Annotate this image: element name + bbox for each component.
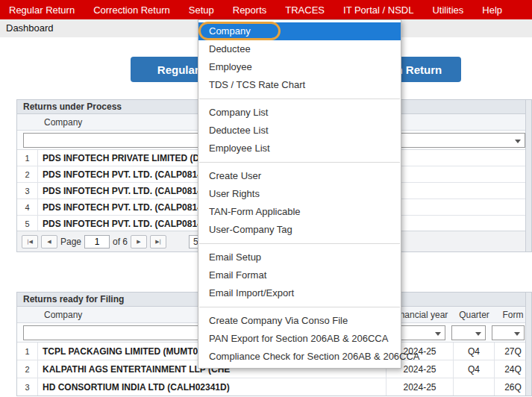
pager-next-icon[interactable]: ▶: [131, 235, 147, 248]
menu-separator: [199, 162, 400, 163]
menu-item-compliance-check-206ab-206cca[interactable]: Compliance Check for Section 206AB & 206…: [198, 348, 401, 366]
pager-last-icon[interactable]: ▶|: [150, 235, 166, 248]
row-number: 3: [17, 378, 38, 396]
menu-item-employee-list[interactable]: Employee List: [198, 140, 401, 157]
menu-separator: [199, 99, 400, 99]
row-number: 1: [17, 343, 38, 360]
menubar-item-reports[interactable]: Reports: [233, 4, 267, 16]
pager-first-icon[interactable]: |◀: [22, 235, 38, 248]
page-title: Dashboard: [6, 22, 54, 34]
pager-prev-icon[interactable]: ◀: [41, 235, 57, 248]
table-scrollbar[interactable]: [525, 293, 531, 396]
menu-item-email-import-export[interactable]: Email Import/Export: [198, 284, 401, 302]
table-scrollbar[interactable]: [525, 100, 531, 251]
application-window: Regular Return Correction Return Setup R…: [0, 0, 532, 397]
menu-item-email-format[interactable]: Email Format: [198, 266, 401, 284]
row-number: 3: [17, 183, 38, 198]
menubar-item-help[interactable]: Help: [482, 4, 502, 16]
row-number: 2: [17, 360, 38, 378]
quarter-cell: Q4: [454, 343, 495, 360]
page-number-input[interactable]: [84, 235, 110, 248]
menu-item-email-setup[interactable]: Email Setup: [198, 248, 401, 266]
menubar-item-regular-return[interactable]: Regular Return: [9, 4, 75, 16]
quarter-cell: Q4: [454, 360, 495, 378]
menu-item-tds-tcs-rate-chart[interactable]: TDS / TCS Rate Chart: [198, 76, 401, 94]
row-number: 1: [17, 150, 38, 166]
menubar-item-it-portal-nsdl[interactable]: IT Portal / NSDL: [343, 4, 413, 16]
menubar-item-traces[interactable]: TRACES: [285, 4, 325, 16]
menu-item-user-rights[interactable]: User Rights: [198, 185, 401, 203]
pager-total-label: of 6: [113, 237, 128, 247]
row-number: 4: [17, 199, 38, 215]
dropdown-chevron-icon: [515, 140, 521, 143]
menu-item-create-company-via-conso-file[interactable]: Create Company Via Conso File: [198, 312, 401, 330]
row-number: 5: [17, 216, 38, 231]
menubar-item-correction-return[interactable]: Correction Return: [93, 4, 170, 16]
menu-item-user-company-tag[interactable]: User-Company Tag: [198, 221, 401, 239]
menu-item-company-list[interactable]: Company List: [198, 104, 401, 122]
menu-separator: [199, 307, 400, 307]
menu-separator: [199, 243, 400, 244]
menu-item-create-user[interactable]: Create User: [198, 167, 401, 185]
menubar-item-setup[interactable]: Setup: [189, 4, 214, 16]
menu-item-company[interactable]: Company: [198, 22, 401, 40]
menu-item-pan-export-206ab-206cca[interactable]: PAN Export for Section 206AB & 206CCA: [198, 330, 401, 348]
pager-page-label: Page: [60, 237, 81, 247]
row-number: 2: [17, 166, 38, 182]
dropdown-chevron-icon: [514, 332, 520, 336]
financial-year-cell: 2024-25: [387, 378, 454, 396]
menubar: Regular Return Correction Return Setup R…: [0, 0, 532, 19]
menu-item-tan-form-applicable[interactable]: TAN-Form Applicable: [198, 203, 401, 221]
setup-dropdown-menu: Company Deductee Employee TDS / TCS Rate…: [198, 19, 401, 369]
dropdown-chevron-icon: [435, 332, 441, 336]
menubar-item-utilities[interactable]: Utilities: [432, 4, 463, 16]
quarter-cell: [454, 378, 495, 396]
menu-item-employee[interactable]: Employee: [198, 58, 401, 76]
table-row[interactable]: 3 HD CONSORTIUM INDIA LTD (CALH02341D) 2…: [17, 378, 531, 396]
column-header-quarter[interactable]: Quarter: [454, 310, 495, 320]
company-cell: HD CONSORTIUM INDIA LTD (CALH02341D): [38, 378, 387, 396]
quarter-filter-select[interactable]: [451, 325, 486, 340]
dropdown-chevron-icon: [475, 332, 481, 336]
form-filter-select[interactable]: [492, 325, 525, 340]
menu-item-deductee[interactable]: Deductee: [198, 40, 401, 58]
menu-item-deductee-list[interactable]: Deductee List: [198, 122, 401, 140]
